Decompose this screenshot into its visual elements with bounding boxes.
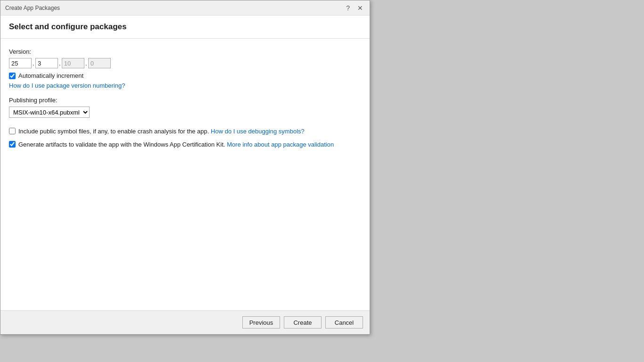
symbol-files-row: Include public symbol files, if any, to …	[9, 127, 361, 136]
artifacts-text-block: Generate artifacts to validate the app w…	[18, 140, 334, 149]
version-inputs: . . .	[9, 58, 361, 68]
version-sep-1: .	[33, 58, 34, 68]
close-button[interactable]: ✕	[355, 5, 365, 11]
publishing-profile-label: Publishing profile:	[9, 97, 361, 104]
symbol-files-checkbox[interactable]	[9, 128, 16, 134]
publishing-profile-select[interactable]: MSIX-win10-x64.pubxml	[9, 107, 90, 118]
header-section: Select and configure packages	[0, 16, 370, 39]
auto-increment-label[interactable]: Automatically increment	[18, 72, 83, 79]
debugging-symbols-link[interactable]: How do I use debugging symbols?	[211, 128, 305, 135]
version-numbering-link[interactable]: How do I use package version numbering?	[9, 82, 125, 89]
help-button[interactable]: ?	[344, 5, 352, 11]
version-field-2[interactable]	[35, 58, 58, 68]
artifacts-row: Generate artifacts to validate the app w…	[9, 140, 361, 149]
artifacts-checkbox[interactable]	[9, 141, 16, 148]
window-title: Create App Packages	[5, 5, 60, 11]
title-bar-controls: ? ✕	[344, 5, 365, 11]
version-sep-2: .	[59, 58, 61, 68]
artifacts-text: Generate artifacts to validate the app w…	[18, 141, 225, 148]
version-field-3[interactable]	[62, 58, 84, 68]
symbol-files-text: Include public symbol files, if any, to …	[18, 128, 209, 135]
title-bar: Create App Packages ? ✕	[0, 0, 370, 16]
package-validation-link[interactable]: More info about app package validation	[227, 141, 334, 148]
symbol-files-text-block: Include public symbol files, if any, to …	[18, 127, 305, 136]
auto-increment-checkbox[interactable]	[9, 73, 16, 79]
auto-increment-row: Automatically increment	[9, 72, 361, 79]
content-section: Version: . . . Automatically increment H…	[0, 39, 370, 310]
version-field-1[interactable]	[9, 58, 32, 68]
cancel-button[interactable]: Cancel	[325, 316, 363, 329]
version-field-4[interactable]	[88, 58, 111, 68]
previous-button[interactable]: Previous	[242, 316, 280, 329]
page-title: Select and configure packages	[9, 22, 361, 32]
version-sep-3: .	[85, 58, 87, 68]
footer-section: Previous Create Cancel	[0, 310, 370, 334]
dialog-window: Create App Packages ? ✕ Select and confi…	[0, 0, 370, 335]
create-button[interactable]: Create	[284, 316, 322, 329]
version-label: Version:	[9, 48, 361, 55]
